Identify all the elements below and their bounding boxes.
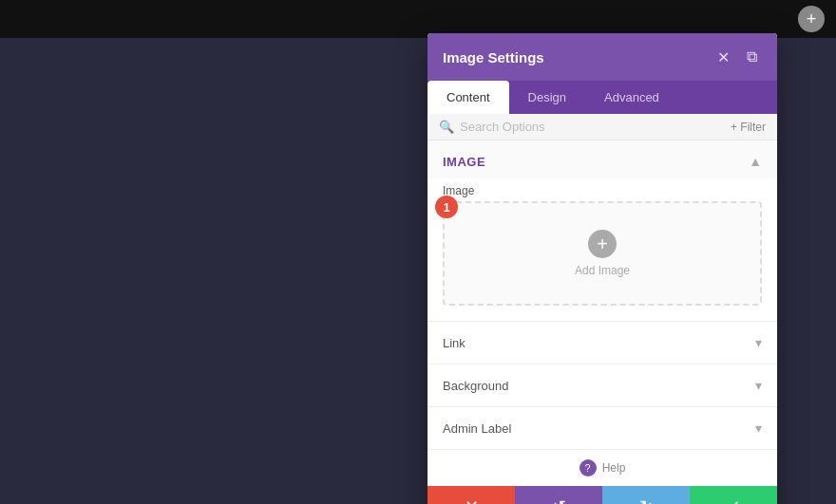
close-icon: ✕ [717,48,730,66]
accordion-background[interactable]: Background ▾ [428,364,777,406]
redo-icon: ↻ [639,496,654,504]
image-section-header: Image ▲ [428,140,777,178]
link-chevron-icon: ▾ [755,335,762,350]
modal-body: Image ▲ Image 1 + Add Image Link ▾ Backg… [428,140,777,449]
search-placeholder-text: Search Options [460,120,545,134]
accordion-admin-label[interactable]: Admin Label ▾ [428,406,777,449]
modal-help: ? Help [428,449,777,486]
resize-button[interactable]: ⧉ [741,47,762,67]
cancel-icon: ✕ [465,496,479,504]
tab-content[interactable]: Content [428,81,509,114]
tab-advanced[interactable]: Advanced [585,81,678,114]
save-icon: ✓ [727,496,741,504]
modal-tabs: Content Design Advanced [428,81,777,114]
search-bar: 🔍 Search Options + Filter [428,114,777,140]
search-icon: 🔍 [439,120,454,134]
undo-icon: ↺ [552,496,566,504]
add-image-button[interactable]: + Add Image [443,201,762,306]
help-icon: ? [580,459,597,476]
add-image-container: 1 + Add Image [443,201,762,306]
resize-icon: ⧉ [747,48,757,65]
undo-button[interactable]: ↺ [515,486,602,504]
close-button[interactable]: ✕ [712,47,733,67]
background-chevron-icon: ▾ [755,378,762,393]
image-settings-modal: Image Settings ✕ ⧉ Content Design Advanc… [428,33,777,504]
modal-footer: ✕ ↺ ↻ ✓ [428,486,777,504]
plus-button[interactable]: + [798,6,825,32]
help-text: Help [602,461,626,475]
image-field-row: Image [428,178,777,201]
redo-button[interactable]: ↻ [602,486,690,504]
modal-title: Image Settings [443,49,544,65]
add-image-icon: + [588,230,617,258]
section-collapse-icon[interactable]: ▲ [749,154,762,169]
accordion-link[interactable]: Link ▾ [428,321,777,364]
section-title: Image [443,155,485,169]
modal-header: Image Settings ✕ ⧉ [428,33,777,81]
admin-label-chevron-icon: ▾ [755,420,762,436]
step-badge: 1 [435,196,458,218]
search-input-area[interactable]: 🔍 Search Options [439,120,545,134]
tab-design[interactable]: Design [509,81,585,114]
save-button[interactable]: ✓ [690,486,777,504]
add-image-text: Add Image [575,264,630,277]
cancel-button[interactable]: ✕ [428,486,515,504]
modal-header-icons: ✕ ⧉ [712,47,762,67]
filter-button[interactable]: + Filter [731,121,766,134]
top-bar: + [0,0,836,38]
plus-icon: + [807,9,817,29]
